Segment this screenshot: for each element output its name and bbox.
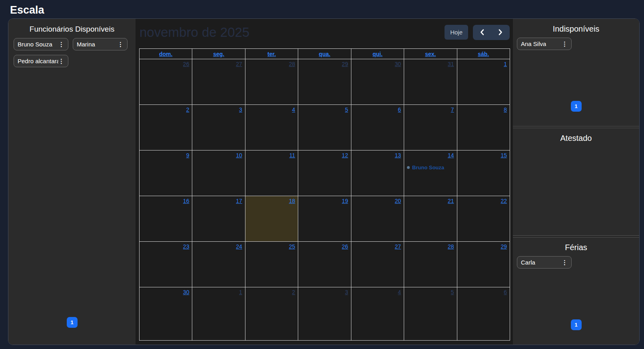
- employee-chip[interactable]: Ana Silva⋮: [517, 38, 572, 50]
- calendar-day-cell[interactable]: 12: [298, 150, 351, 196]
- calendar-day-cell[interactable]: 5: [298, 105, 351, 150]
- day-number-link[interactable]: 4: [292, 106, 295, 113]
- day-number-link[interactable]: 5: [345, 106, 348, 113]
- weekday-link[interactable]: sáb.: [478, 51, 489, 57]
- day-number-link[interactable]: 17: [236, 198, 242, 204]
- calendar-day-cell[interactable]: 20: [351, 196, 404, 242]
- kebab-menu-icon[interactable]: ⋮: [58, 41, 64, 47]
- day-number-link[interactable]: 12: [342, 152, 348, 158]
- day-number-link[interactable]: 7: [451, 106, 454, 113]
- calendar-day-cell[interactable]: 30: [351, 59, 404, 105]
- calendar-day-cell[interactable]: 28: [245, 59, 298, 105]
- calendar-day-cell[interactable]: 2: [140, 105, 192, 150]
- today-button[interactable]: Hoje: [445, 25, 468, 40]
- calendar-day-cell[interactable]: 19: [298, 196, 351, 242]
- calendar-day-cell[interactable]: 30: [140, 287, 192, 341]
- day-number-link[interactable]: 20: [395, 198, 401, 204]
- calendar-day-cell[interactable]: 25: [245, 242, 298, 287]
- day-number-link[interactable]: 10: [236, 152, 242, 158]
- day-number-link[interactable]: 31: [448, 61, 454, 67]
- day-number-link[interactable]: 22: [500, 198, 507, 204]
- day-number-link[interactable]: 1: [239, 289, 242, 295]
- kebab-menu-icon[interactable]: ⋮: [118, 41, 124, 47]
- employee-chip[interactable]: Carla⋮: [517, 256, 572, 269]
- calendar-day-cell[interactable]: 27: [351, 242, 404, 287]
- calendar-day-cell[interactable]: 18: [245, 196, 298, 242]
- day-number-link[interactable]: 3: [239, 106, 242, 113]
- calendar-day-cell[interactable]: 1: [192, 287, 245, 341]
- calendar-day-cell[interactable]: 5: [404, 287, 457, 341]
- day-number-link[interactable]: 14: [448, 152, 454, 158]
- day-number-link[interactable]: 6: [398, 106, 401, 113]
- calendar-day-cell[interactable]: 26: [140, 59, 192, 105]
- day-number-link[interactable]: 28: [289, 61, 295, 67]
- day-number-link[interactable]: 23: [183, 243, 189, 250]
- weekday-link[interactable]: dom.: [159, 51, 172, 57]
- calendar-day-cell[interactable]: 1: [457, 59, 510, 105]
- day-number-link[interactable]: 15: [500, 152, 507, 158]
- calendar-event[interactable]: Bruno Souza: [407, 164, 454, 170]
- day-number-link[interactable]: 18: [289, 198, 295, 204]
- calendar-day-cell[interactable]: 31: [404, 59, 457, 105]
- day-number-link[interactable]: 2: [292, 289, 295, 295]
- calendar-day-cell[interactable]: 3: [298, 287, 351, 341]
- calendar-day-cell[interactable]: 10: [192, 150, 245, 196]
- day-number-link[interactable]: 13: [395, 152, 401, 158]
- weekday-link[interactable]: sex.: [425, 51, 436, 57]
- calendar-day-cell[interactable]: 27: [192, 59, 245, 105]
- calendar-day-cell[interactable]: 6: [457, 287, 510, 341]
- calendar-day-cell[interactable]: 3: [192, 105, 245, 150]
- day-number-link[interactable]: 25: [289, 243, 295, 250]
- calendar-day-cell[interactable]: 24: [192, 242, 245, 287]
- day-number-link[interactable]: 24: [236, 243, 242, 250]
- calendar-day-cell[interactable]: 11: [245, 150, 298, 196]
- calendar-day-cell[interactable]: 29: [298, 59, 351, 105]
- calendar-day-cell[interactable]: 13: [351, 150, 404, 196]
- day-number-link[interactable]: 29: [500, 243, 507, 250]
- calendar-day-cell[interactable]: 29: [457, 242, 510, 287]
- day-number-link[interactable]: 6: [504, 289, 507, 295]
- day-number-link[interactable]: 2: [186, 106, 189, 113]
- calendar-day-cell[interactable]: 16: [140, 196, 192, 242]
- day-number-link[interactable]: 1: [504, 61, 507, 67]
- day-number-link[interactable]: 4: [398, 289, 401, 295]
- calendar-day-cell[interactable]: 28: [404, 242, 457, 287]
- page-count-badge[interactable]: 1: [67, 317, 78, 328]
- weekday-link[interactable]: ter.: [267, 51, 276, 57]
- calendar-day-cell[interactable]: 17: [192, 196, 245, 242]
- calendar-day-cell[interactable]: 21: [404, 196, 457, 242]
- calendar-day-cell[interactable]: 4: [245, 105, 298, 150]
- weekday-link[interactable]: seg.: [213, 51, 224, 57]
- day-number-link[interactable]: 8: [504, 106, 507, 113]
- day-number-link[interactable]: 26: [183, 61, 189, 67]
- page-count-badge[interactable]: 1: [571, 101, 582, 112]
- day-number-link[interactable]: 29: [342, 61, 348, 67]
- employee-chip[interactable]: Pedro alcantara⋮: [14, 55, 68, 67]
- next-month-button[interactable]: [491, 25, 510, 40]
- page-count-badge[interactable]: 1: [571, 319, 582, 330]
- day-number-link[interactable]: 26: [342, 243, 348, 250]
- day-number-link[interactable]: 27: [395, 243, 401, 250]
- day-number-link[interactable]: 16: [183, 198, 189, 204]
- calendar-day-cell[interactable]: 15: [457, 150, 510, 196]
- day-number-link[interactable]: 30: [395, 61, 401, 67]
- calendar-day-cell[interactable]: 9: [140, 150, 192, 196]
- employee-chip[interactable]: Bruno Souza⋮: [14, 38, 68, 50]
- day-number-link[interactable]: 11: [289, 152, 295, 158]
- calendar-day-cell[interactable]: 2: [245, 287, 298, 341]
- calendar-day-cell[interactable]: 8: [457, 105, 510, 150]
- calendar-day-cell[interactable]: 23: [140, 242, 192, 287]
- day-number-link[interactable]: 5: [451, 289, 454, 295]
- day-number-link[interactable]: 19: [342, 198, 348, 204]
- employee-chip[interactable]: Marina⋮: [73, 38, 128, 50]
- prev-month-button[interactable]: [473, 25, 491, 40]
- weekday-link[interactable]: qua.: [319, 51, 331, 57]
- calendar-day-cell[interactable]: 26: [298, 242, 351, 287]
- day-number-link[interactable]: 21: [448, 198, 454, 204]
- calendar-day-cell[interactable]: 6: [351, 105, 404, 150]
- day-number-link[interactable]: 3: [345, 289, 348, 295]
- calendar-day-cell[interactable]: 14Bruno Souza: [404, 150, 457, 196]
- calendar-day-cell[interactable]: 4: [351, 287, 404, 341]
- day-number-link[interactable]: 30: [183, 289, 189, 295]
- day-number-link[interactable]: 9: [186, 152, 189, 158]
